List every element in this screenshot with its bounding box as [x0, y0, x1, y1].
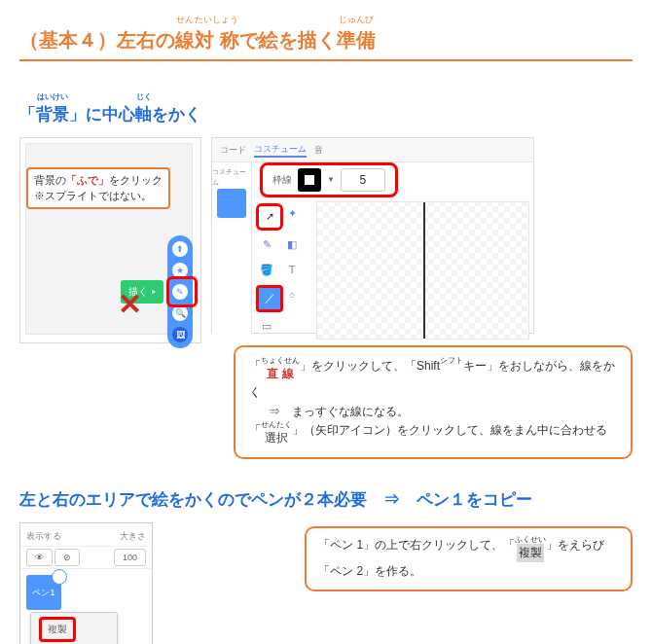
paint-canvas[interactable] [316, 201, 529, 340]
delete-sprite-icon[interactable] [52, 569, 67, 585]
stroke-color-swatch[interactable] [298, 168, 321, 192]
upload-icon[interactable]: ⬆ [172, 241, 188, 257]
visibility-off[interactable]: ⊘ [54, 549, 80, 566]
sprite-editor-thumbnail: 背景の「ふで」をクリック ※スプライトではない。 描く▸ ⬆ ★ ✎ 🔍 🖼 ✕ [19, 137, 201, 343]
cross-icon: ✕ [118, 281, 142, 328]
tab-sound[interactable]: 音 [314, 143, 323, 157]
eraser-tool[interactable]: ◧ [281, 234, 303, 256]
choose-icon[interactable]: 🖼 [172, 327, 188, 342]
select-tool[interactable]: ➚ [256, 203, 283, 231]
rect-tool[interactable]: ▭ [256, 316, 277, 338]
paint-editor: コード コスチューム 音 コスチューム 枠線 ▼ 5 [211, 137, 534, 334]
sprite-pen1[interactable]: ペン1 [26, 575, 61, 610]
instruction-bubble-line: 「ちょくせん直 線」をクリックして、「Shiftシフト キー」をおしながら、線を… [234, 345, 633, 459]
label-size: 大きさ [120, 529, 146, 543]
editor-toolbar: 枠線 ▼ 5 [252, 162, 533, 197]
stroke-width-input[interactable]: 5 [341, 168, 385, 192]
label-show: 表示する [26, 529, 61, 543]
search-icon[interactable]: 🔍 [172, 305, 188, 321]
brush-tool[interactable]: ✎ [256, 234, 277, 256]
visibility-toggle[interactable]: 👁 [26, 549, 53, 566]
page-title: （基本４） 左右の せん線 たいしょう対 称 で絵を描く じゅんび準備 [19, 16, 633, 55]
sprite-panel: 表示する 大きさ 👁 ⊘ 100 ペン1 複製 書き出し 削除 [19, 522, 153, 644]
costume-thumb[interactable] [217, 189, 246, 218]
instruction-bubble-copy: 「ペン 1」の上で右クリックして、「ふくせい複製」をえらび 「ペン 2」を作る。 [305, 526, 633, 590]
stroke-label: 枠線 [272, 172, 292, 188]
sidebar-label: コスチューム [212, 166, 251, 188]
tab-code[interactable]: コード [220, 143, 246, 157]
tab-costume[interactable]: コスチューム [254, 142, 307, 158]
circle-tool[interactable]: ○ [281, 285, 303, 306]
line-tool[interactable]: ／ [256, 285, 283, 312]
highlight-paint [166, 276, 198, 307]
note-click-brush: 背景の「ふで」をクリック ※スプライトではない。 [26, 167, 170, 209]
center-axis-line [423, 202, 425, 339]
chevron-down-icon[interactable]: ▼ [327, 174, 335, 187]
reshape-tool[interactable]: ✦ [281, 203, 303, 225]
menu-duplicate[interactable]: 複製 [31, 613, 117, 644]
text-tool[interactable]: T [281, 260, 303, 281]
subtitle-copy-pen: 左と右のエリアで絵をかくのでペンが２本必要 ⇒ ペン１をコピー [19, 486, 633, 513]
context-menu: 複製 書き出し 削除 [30, 612, 118, 644]
size-input[interactable]: 100 [114, 549, 146, 566]
subtitle-background-axis: 「はいけい背景 」に中心じく軸 をかく [19, 81, 633, 127]
highlight-stroke-settings: 枠線 ▼ 5 [260, 162, 398, 197]
tool-grid: ➚ ✦ ✎ ◧ 🪣 T ／ ○ ▭ [252, 197, 312, 343]
fill-tool[interactable]: 🪣 [256, 260, 277, 281]
